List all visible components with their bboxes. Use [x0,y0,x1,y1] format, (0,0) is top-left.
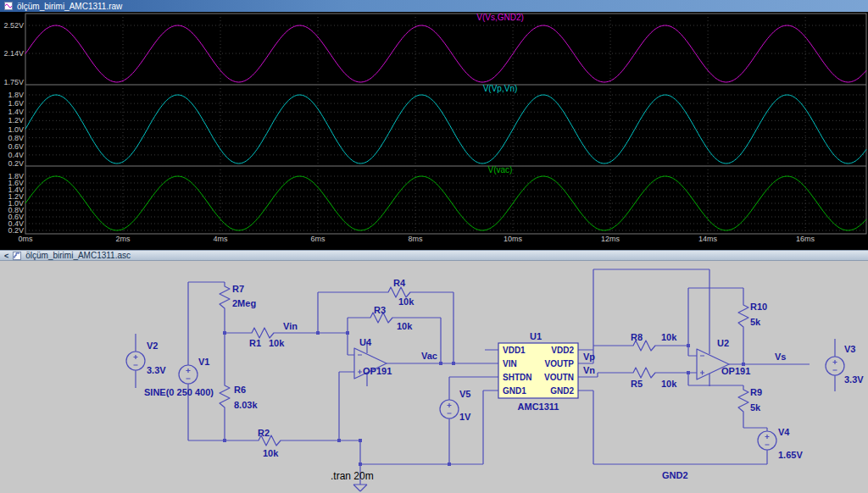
component-U2[interactable]: U2 OP191 [697,338,750,379]
component-name[interactable]: V5 [459,389,470,399]
collapse-chevron-icon[interactable]: < [4,252,8,260]
component-value[interactable]: OP191 [721,366,750,376]
component-value[interactable]: 3.3V [844,374,864,385]
x-tick-label: 8ms [409,235,424,243]
y-tick-label: 1.4V [8,108,24,116]
component-name[interactable]: R3 [374,305,386,315]
net-label-vs[interactable]: Vs [775,352,786,362]
component-value[interactable]: 10k [269,338,285,348]
component-name[interactable]: R4 [393,278,406,288]
pin-label-vdd1: VDD1 [503,346,526,355]
component-value[interactable]: 5k [750,402,761,413]
component-name[interactable]: V3 [844,344,855,354]
y-tick-label: 0.6V [8,142,24,151]
component-R9[interactable]: R9 5k [738,385,762,416]
component-V5[interactable]: V5 1V [440,389,471,422]
component-R1[interactable]: R1 10k [248,328,285,348]
component-R2[interactable]: R2 10k [254,428,285,458]
pin-label-voutp: VOUTP [545,359,575,368]
schematic-window-icon [13,252,21,260]
component-R8[interactable]: R8 10k [629,332,677,351]
y-tick-label: 1.8V [8,91,24,99]
component-name[interactable]: R7 [232,284,244,294]
component-value[interactable]: OP191 [363,366,392,376]
component-R6[interactable]: R6 8.03k [220,381,258,412]
component-name[interactable]: V4 [778,427,790,437]
y-tick-label: 0.2V [8,159,24,168]
component-R10[interactable]: R10 5k [738,301,767,331]
x-tick-label: 2ms [116,235,131,243]
spice-directive[interactable]: .tran 20m [331,470,374,482]
schematic-window-titlebar[interactable]: < ölçüm_birimi_AMC1311.asc [0,250,868,261]
trace-label[interactable]: V(vac) [488,165,513,174]
component-value[interactable]: 10k [398,296,415,307]
component-name[interactable]: U1 [530,331,542,341]
component-name[interactable]: V2 [147,341,158,351]
component-V2[interactable]: V2 3.3V [126,341,166,375]
component-value[interactable]: 10k [661,379,677,389]
component-name[interactable]: R6 [234,385,246,395]
component-U1[interactable]: U1 AMC1311 VDD1 VIN SHTDN GND1 VDD2 VOUT… [498,331,578,412]
component-name[interactable]: R10 [750,302,767,312]
y-tick-label: 0.2V [8,226,24,235]
component-value[interactable]: 8.03k [234,400,258,410]
y-tick-label: 1.75V [3,78,24,86]
pin-label-voutn: VOUTN [544,373,574,382]
plot-border [25,14,866,234]
component-value[interactable]: 1V [459,412,471,422]
component-name[interactable]: R2 [258,428,270,438]
component-value[interactable]: AMC1311 [518,402,559,412]
pin-label-gnd2: GND2 [550,386,574,396]
net-label-vp[interactable]: Vp [583,352,595,362]
component-value[interactable]: 2Meg [232,298,256,308]
x-tick-label: 0ms [18,235,33,243]
component-value[interactable]: 10k [397,321,413,331]
plot-window-title: ölçüm_birimi_AMC1311.raw [17,2,122,11]
x-tick-label: 4ms [214,235,229,243]
component-V1[interactable]: V1 SINE(0 250 400) [144,357,214,397]
ground-symbol[interactable] [353,485,367,491]
component-name[interactable]: U4 [359,337,372,347]
component-R7[interactable]: R7 2Meg [220,282,256,313]
component-U4[interactable]: U4 OP191 [354,337,392,379]
schematic-canvas[interactable]: V2 3.3V V1 SINE(0 250 400) V5 1V V4 1.65… [0,261,868,493]
component-name[interactable]: R1 [249,338,261,348]
x-tick-label: 16ms [796,235,815,243]
net-label-vn[interactable]: Vn [583,365,595,375]
y-tick-label: 0.4V [8,151,24,159]
net-label-vac[interactable]: Vac [421,351,437,361]
x-tick-label: 10ms [504,235,523,243]
component-value[interactable]: SINE(0 250 400) [144,387,214,397]
component-name[interactable]: V1 [198,357,209,367]
component-V3[interactable]: V3 3.3V [826,344,864,385]
component-value[interactable]: 5k [750,317,761,327]
x-tick-label: 6ms [311,235,326,243]
plot-window-titlebar[interactable]: ölçüm_birimi_AMC1311.raw [0,0,868,12]
component-R5[interactable]: R5 10k [629,368,677,389]
trace-label[interactable]: V(Vs,GND2) [476,13,524,22]
waveform-plot-area[interactable]: 0ms2ms4ms6ms8ms10ms12ms14ms16ms2.52V2.14… [0,12,868,250]
component-name[interactable]: R8 [631,332,643,342]
component-R4[interactable]: R4 10k [384,278,415,307]
net-label-vin[interactable]: Vin [283,321,298,331]
component-V4[interactable]: V4 1.65V [758,427,803,460]
component-name[interactable]: R9 [750,387,762,397]
wire-junctions [223,331,745,466]
net-label-gnd2[interactable]: GND2 [662,470,688,480]
y-tick-label: 1.2V [8,116,24,125]
pin-label-vdd2: VDD2 [551,346,574,355]
x-tick-label: 12ms [601,235,620,243]
component-value[interactable]: 10k [661,332,677,342]
y-tick-label: 0.8V [8,134,24,142]
pin-label-vin: VIN [503,359,517,368]
component-name[interactable]: R5 [631,379,643,389]
component-value[interactable]: 3.3V [147,365,166,375]
y-tick-label: 1.0V [8,125,24,134]
component-name[interactable]: U2 [717,338,729,348]
component-value[interactable]: 1.65V [778,450,803,460]
wire-net-right[interactable] [578,269,835,464]
schematic-window-title: ölçüm_birimi_AMC1311.asc [25,251,131,260]
trace-label[interactable]: V(Vp,Vn) [483,84,518,93]
component-value[interactable]: 10k [263,448,279,458]
y-tick-label: 2.14V [3,49,24,58]
